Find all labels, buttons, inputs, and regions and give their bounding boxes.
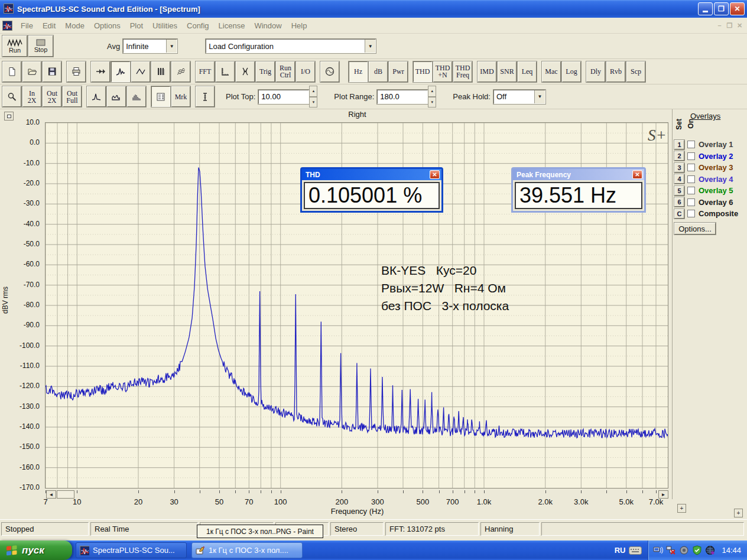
legend-button[interactable] bbox=[151, 86, 170, 107]
io-device-button[interactable]: I/O bbox=[296, 61, 315, 82]
log-button[interactable]: Log bbox=[562, 61, 581, 82]
close-button[interactable]: ✕ bbox=[730, 2, 745, 15]
zoom-in-2x-button[interactable]: In 2X bbox=[22, 86, 41, 107]
thd-button[interactable]: THD bbox=[413, 61, 432, 82]
menu-mode[interactable]: Mode bbox=[60, 19, 89, 32]
chevron-down-icon[interactable]: ▼ bbox=[365, 40, 375, 53]
overlay-checkbox-6[interactable] bbox=[687, 198, 695, 206]
plot-top-input[interactable]: 10.00 bbox=[258, 90, 309, 104]
overlay-checkbox-3[interactable] bbox=[687, 164, 695, 171]
menu-window[interactable]: Window bbox=[249, 19, 286, 32]
scp-button[interactable]: Scp bbox=[626, 61, 645, 82]
cursor-button[interactable] bbox=[196, 86, 215, 107]
leq-button[interactable]: Leq bbox=[518, 61, 537, 82]
menu-config[interactable]: Config bbox=[182, 19, 214, 32]
menu-edit[interactable]: Edit bbox=[38, 19, 60, 32]
spectrum-view-button[interactable] bbox=[111, 61, 130, 82]
mdi-restore-icon[interactable]: ❐ bbox=[725, 22, 735, 30]
filled-plot-button[interactable] bbox=[107, 86, 126, 107]
load-configuration-select[interactable]: Load Configuration ▼ bbox=[206, 39, 376, 53]
menu-plot[interactable]: Plot bbox=[125, 19, 148, 32]
calibration-button[interactable] bbox=[236, 61, 255, 82]
chevron-down-icon[interactable]: ▼ bbox=[534, 90, 545, 103]
menu-options[interactable]: Options bbox=[89, 19, 125, 32]
taskbar-task[interactable]: SpectraPLUS-SC Sou... bbox=[76, 542, 187, 558]
stop-button[interactable]: Stop bbox=[28, 35, 53, 57]
overlay-set-button-5[interactable]: 5 bbox=[674, 186, 684, 196]
overlay-checkbox-c[interactable] bbox=[687, 210, 695, 217]
trigger-button[interactable]: Trig bbox=[256, 61, 275, 82]
overlay-set-button-4[interactable]: 4 bbox=[674, 174, 684, 184]
pwr-button[interactable]: Pwr bbox=[389, 61, 408, 82]
connection-error-icon[interactable] bbox=[666, 545, 676, 555]
time-series-view-button[interactable] bbox=[131, 61, 150, 82]
network-activity-icon[interactable] bbox=[653, 545, 663, 555]
db-button[interactable]: dB bbox=[369, 61, 388, 82]
print-button[interactable] bbox=[67, 61, 86, 82]
scaling-button[interactable] bbox=[216, 61, 235, 82]
thd-window-titlebar[interactable]: THD ✕ bbox=[302, 169, 441, 180]
plot-top-stepper[interactable]: ▲▼ bbox=[309, 86, 317, 108]
zoom-out-full-button[interactable]: Out Full bbox=[63, 86, 82, 107]
line-plot-button[interactable] bbox=[87, 86, 106, 107]
close-icon[interactable]: ✕ bbox=[632, 170, 642, 179]
minimize-button[interactable] bbox=[698, 2, 713, 15]
snr-button[interactable]: SNR bbox=[498, 61, 517, 82]
bar-plot-button[interactable] bbox=[127, 86, 146, 107]
close-icon[interactable]: ✕ bbox=[430, 170, 440, 179]
thd-n-button[interactable]: THD +N bbox=[433, 61, 452, 82]
rvb-button[interactable]: Rvb bbox=[606, 61, 625, 82]
avg-select[interactable]: Infinite ▼ bbox=[123, 39, 177, 53]
fft-settings-button[interactable]: FFT bbox=[196, 61, 215, 82]
overlay-checkbox-5[interactable] bbox=[687, 187, 695, 194]
run-control-button[interactable]: Run Ctrl bbox=[276, 61, 295, 82]
marker-button[interactable]: Mrk bbox=[171, 86, 190, 107]
zoom-button[interactable] bbox=[2, 86, 21, 107]
plot-range-input[interactable]: 180.0 bbox=[377, 90, 428, 104]
mdi-close-icon[interactable]: ✕ bbox=[735, 22, 745, 30]
hz-button[interactable]: Hz bbox=[349, 61, 368, 82]
open-file-button[interactable] bbox=[22, 61, 41, 82]
expand-plot-button[interactable]: + bbox=[677, 504, 686, 513]
scroll-thumb[interactable] bbox=[57, 490, 74, 499]
audio-device-icon[interactable] bbox=[679, 545, 689, 555]
peak-hold-select[interactable]: Off ▼ bbox=[493, 90, 545, 104]
taskbar-task[interactable]: 1к Гц с ПОС 3-х пол.... bbox=[191, 542, 303, 558]
new-file-button[interactable] bbox=[2, 61, 21, 82]
overlay-checkbox-1[interactable] bbox=[687, 141, 695, 148]
title-bar[interactable]: SpectraPLUS-SC Sound Card Edition - [Spe… bbox=[0, 0, 747, 18]
peak-frequency-titlebar[interactable]: Peak Frequency ✕ bbox=[513, 169, 644, 180]
scroll-left-arrow[interactable]: ◄ bbox=[46, 490, 56, 499]
menu-license[interactable]: License bbox=[214, 19, 250, 32]
spectrogram-view-button[interactable] bbox=[151, 61, 170, 82]
scroll-right-arrow[interactable]: ► bbox=[658, 490, 668, 499]
globe-icon[interactable] bbox=[705, 545, 715, 555]
menu-file[interactable]: File bbox=[16, 19, 38, 32]
overlay-set-button-6[interactable]: 6 bbox=[674, 197, 684, 207]
chevron-down-icon[interactable]: ▼ bbox=[166, 40, 177, 53]
overlays-options-button[interactable]: Options... bbox=[674, 223, 716, 235]
start-button[interactable]: пуск bbox=[0, 541, 72, 560]
run-button[interactable]: Run bbox=[2, 35, 27, 57]
restore-button[interactable]: ❐ bbox=[714, 2, 729, 15]
dly-button[interactable]: Dly bbox=[586, 61, 605, 82]
surface-view-button[interactable] bbox=[171, 61, 190, 82]
signal-generator-button[interactable] bbox=[320, 61, 339, 82]
menu-utilities[interactable]: Utilities bbox=[148, 19, 182, 32]
overlay-set-button-c[interactable]: C bbox=[674, 209, 684, 219]
zoom-out-2x-button[interactable]: Out 2X bbox=[43, 86, 61, 107]
overlay-checkbox-2[interactable] bbox=[687, 152, 695, 160]
save-file-button[interactable] bbox=[43, 61, 61, 82]
menu-help[interactable]: Help bbox=[287, 19, 312, 32]
expand-panel-button[interactable]: + bbox=[734, 509, 743, 517]
imd-button[interactable]: IMD bbox=[478, 61, 496, 82]
passthrough-button[interactable] bbox=[91, 61, 110, 82]
mdi-minimize-icon[interactable]: – bbox=[714, 22, 725, 29]
overlay-set-button-3[interactable]: 3 bbox=[674, 163, 684, 172]
shield-icon[interactable] bbox=[692, 545, 702, 555]
plot-range-stepper[interactable]: ▲▼ bbox=[428, 86, 436, 108]
mac-button[interactable]: Mac bbox=[542, 61, 561, 82]
overlay-checkbox-4[interactable] bbox=[687, 175, 695, 183]
overlay-set-button-2[interactable]: 2 bbox=[674, 151, 684, 161]
language-indicator[interactable]: RU bbox=[609, 541, 648, 560]
